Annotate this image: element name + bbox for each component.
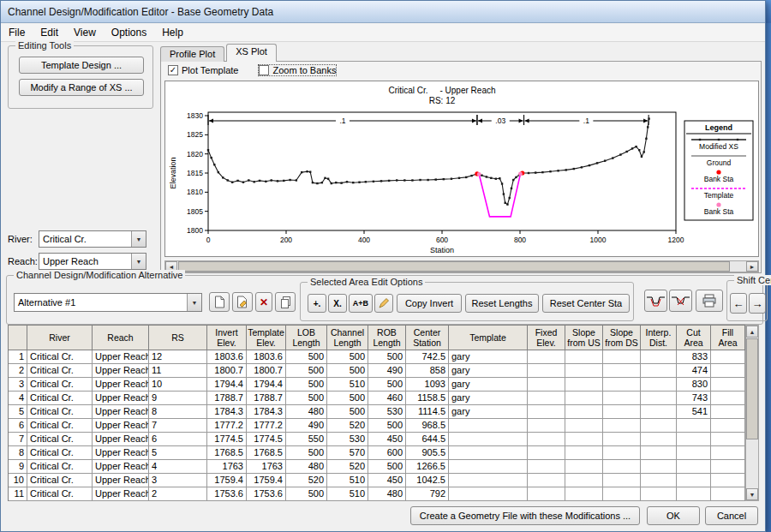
plot-template-checkbox[interactable]: ✓ Plot Template	[168, 65, 238, 75]
cell-template_elev[interactable]: 1803.6	[247, 350, 286, 364]
cell-fill_area[interactable]	[711, 350, 745, 364]
cell-fill_area[interactable]	[711, 433, 745, 446]
shift-right-button[interactable]: →	[749, 293, 766, 314]
cell-template[interactable]	[449, 487, 528, 501]
cell-river[interactable]: Critical Cr.	[27, 446, 93, 460]
zoom-to-banks-checkbox[interactable]: Zoom to Banks	[259, 65, 336, 75]
table-vscrollbar[interactable]: ▲ ▼	[745, 325, 759, 501]
cell-channel_length[interactable]: 500	[327, 405, 368, 419]
cell-river[interactable]: Critical Cr.	[27, 487, 93, 501]
cell-cut_area[interactable]: 743	[677, 392, 711, 405]
hscroll-track[interactable]	[177, 261, 746, 272]
cell-rs[interactable]: 12	[149, 350, 207, 364]
cell-river[interactable]: Critical Cr.	[27, 474, 93, 487]
cell-slope_from_us[interactable]	[565, 433, 603, 446]
cell-fixed_elev[interactable]	[528, 433, 565, 446]
cell-channel_length[interactable]: 520	[327, 419, 368, 433]
cell-cut_area[interactable]	[677, 487, 711, 501]
cell-rob_length[interactable]: 600	[368, 446, 406, 460]
cell-river[interactable]: Critical Cr.	[27, 433, 93, 446]
cell-template[interactable]	[449, 460, 528, 474]
cell-template[interactable]: gary	[449, 378, 528, 392]
cell-reach[interactable]: Upper Reach	[93, 392, 149, 405]
vscroll-track[interactable]	[746, 338, 758, 488]
cell-reach[interactable]: Upper Reach	[93, 378, 149, 392]
cell-lob_length[interactable]: 500	[286, 392, 327, 405]
scroll-up-button[interactable]: ▲	[746, 326, 758, 338]
cell-fixed_elev[interactable]	[528, 364, 565, 378]
cell-lob_length[interactable]: 500	[286, 487, 327, 501]
cell-fixed_elev[interactable]	[528, 487, 565, 501]
cell-interp_dist[interactable]	[641, 460, 677, 474]
cell-interp_dist[interactable]	[641, 350, 677, 364]
cell-fill_area[interactable]	[711, 378, 745, 392]
cell-rob_length[interactable]: 490	[368, 364, 406, 378]
cell-rob_length[interactable]: 500	[368, 350, 406, 364]
reach-combo[interactable]: Upper Reach ▼	[39, 253, 146, 270]
cell-lob_length[interactable]: 480	[286, 460, 327, 474]
cell-slope_from_us[interactable]	[565, 350, 603, 364]
cell-invert_elev[interactable]: 1794.4	[207, 378, 247, 392]
reset-center-sta-button[interactable]: Reset Center Sta	[542, 294, 630, 313]
cell-fixed_elev[interactable]	[528, 405, 565, 419]
cell-lob_length[interactable]: 500	[286, 446, 327, 460]
cell-river[interactable]: Critical Cr.	[27, 392, 93, 405]
cell-lob_length[interactable]: 480	[286, 405, 327, 419]
cell-slope_from_ds[interactable]	[603, 487, 641, 501]
cell-reach[interactable]: Upper Reach	[93, 433, 149, 446]
cell-rob_length[interactable]: 450	[368, 474, 406, 487]
cell-cut_area[interactable]	[677, 474, 711, 487]
template-design-button[interactable]: Template Design ...	[19, 57, 144, 74]
cell-rs[interactable]: 2	[149, 487, 207, 501]
cell-slope_from_ds[interactable]	[603, 474, 641, 487]
rename-alternative-button[interactable]	[232, 292, 253, 312]
cell-river[interactable]: Critical Cr.	[27, 460, 93, 474]
cell-rob_length[interactable]: 460	[368, 392, 406, 405]
cell-rob_length[interactable]: 500	[368, 378, 406, 392]
cell-channel_length[interactable]: 520	[327, 460, 368, 474]
cell-fill_area[interactable]	[711, 446, 745, 460]
set-values-button[interactable]: A+B	[349, 294, 373, 313]
cell-fill_area[interactable]	[711, 474, 745, 487]
cell-slope_from_ds[interactable]	[603, 446, 641, 460]
cell-lob_length[interactable]: 500	[286, 350, 327, 364]
cell-cut_area[interactable]	[677, 433, 711, 446]
cell-rob_length[interactable]: 450	[368, 433, 406, 446]
cell-slope_from_us[interactable]	[565, 460, 603, 474]
cell-rs[interactable]: 3	[149, 474, 207, 487]
cut-cross-section-button[interactable]	[644, 290, 667, 312]
cell-center_station[interactable]: 644.5	[406, 433, 449, 446]
cell-lob_length[interactable]: 520	[286, 474, 327, 487]
cell-cut_area[interactable]	[677, 460, 711, 474]
menu-help[interactable]: Help	[154, 25, 191, 40]
modify-range-of-xs-button[interactable]: Modify a Range of XS ...	[19, 79, 144, 96]
cell-reach[interactable]: Upper Reach	[93, 487, 149, 501]
river-combo[interactable]: Critical Cr. ▼	[39, 230, 146, 248]
cell-fill_area[interactable]	[711, 392, 745, 405]
print-button[interactable]	[696, 290, 723, 312]
cell-reach[interactable]: Upper Reach	[93, 460, 149, 474]
scroll-right-button[interactable]: ►	[746, 261, 758, 272]
cell-cut_area[interactable]: 830	[677, 378, 711, 392]
cell-cut_area[interactable]	[677, 419, 711, 433]
cell-center_station[interactable]: 858	[406, 364, 449, 378]
cell-rs[interactable]: 6	[149, 433, 207, 446]
cell-invert_elev[interactable]: 1753.6	[207, 487, 247, 501]
interpolate-button[interactable]	[374, 294, 393, 313]
delete-alternative-button[interactable]: ✕	[255, 292, 272, 312]
cell-interp_dist[interactable]	[641, 405, 677, 419]
cell-channel_length[interactable]: 510	[327, 474, 368, 487]
cell-template_elev[interactable]: 1800.7	[247, 364, 286, 378]
cell-center_station[interactable]: 905.5	[406, 446, 449, 460]
hscroll-thumb[interactable]	[178, 261, 730, 272]
cell-interp_dist[interactable]	[641, 364, 677, 378]
cell-template_elev[interactable]: 1784.3	[247, 405, 286, 419]
vscroll-thumb[interactable]	[746, 338, 758, 439]
cell-center_station[interactable]: 1093	[406, 378, 449, 392]
cell-cut_area[interactable]: 474	[677, 364, 711, 378]
cell-template[interactable]	[449, 446, 528, 460]
cell-invert_elev[interactable]: 1768.5	[207, 446, 247, 460]
copy-invert-button[interactable]: Copy Invert	[397, 294, 462, 313]
cell-rob_length[interactable]: 530	[368, 405, 406, 419]
cell-fill_area[interactable]	[711, 487, 745, 501]
